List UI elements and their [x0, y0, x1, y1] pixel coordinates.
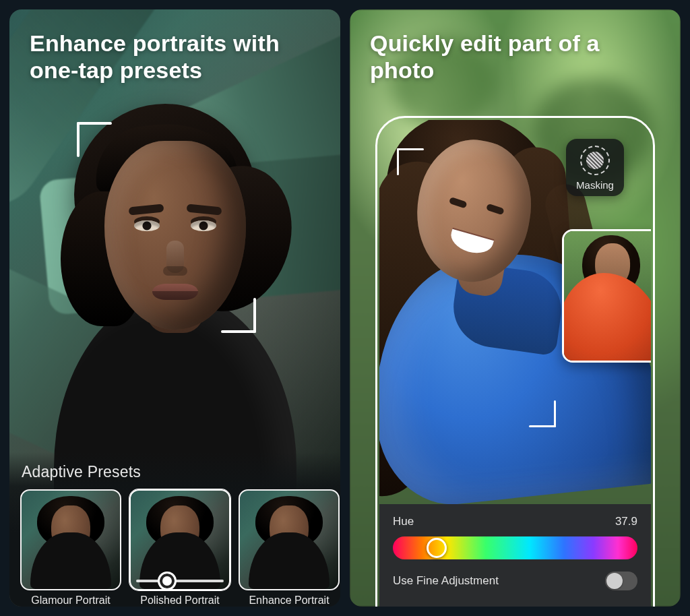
adjustments-panel: Hue 37.9 Use Fine Adjustment	[379, 504, 651, 607]
preset-polished-portrait[interactable]: Polished Portrait	[129, 489, 230, 607]
preset-label: Enhance Portrait	[239, 594, 340, 607]
tool-row	[393, 600, 637, 607]
presets-bar: Adaptive Presets Glamour Portrait Polish…	[9, 452, 340, 607]
face-focus-frame	[77, 122, 256, 333]
masking-icon	[580, 146, 610, 175]
original-preview[interactable]	[562, 229, 651, 363]
masking-button[interactable]: Masking	[566, 139, 624, 196]
hue-slider[interactable]	[393, 536, 637, 559]
hue-slider-thumb[interactable]	[427, 538, 447, 558]
headline-presets: Enhance portraits with one-tap presets	[30, 30, 320, 84]
promo-panel-presets: Enhance portraits with one-tap presets A…	[9, 9, 340, 607]
fine-adjustment-toggle[interactable]	[605, 572, 637, 590]
subject-focus-frame	[397, 148, 556, 427]
presets-title: Adaptive Presets	[22, 463, 328, 481]
hue-value: 37.9	[615, 515, 637, 528]
preset-enhance-portrait[interactable]: Enhance Portrait	[239, 489, 340, 607]
preset-label: Polished Portrait	[129, 594, 230, 607]
masking-button-label: Masking	[571, 179, 619, 191]
fine-adjustment-label: Use Fine Adjustment	[393, 574, 499, 588]
preset-glamour-portrait[interactable]: Glamour Portrait	[20, 489, 121, 607]
preset-amount-slider[interactable]	[136, 580, 224, 582]
promo-panel-masking: Quickly edit part of a photo	[350, 9, 681, 607]
hue-label: Hue	[393, 515, 414, 528]
phone-frame: Masking Hue 37.9 Use Fine Adjustment	[375, 116, 655, 607]
preset-label: Glamour Portrait	[20, 594, 121, 607]
headline-masking: Quickly edit part of a photo	[370, 30, 660, 84]
